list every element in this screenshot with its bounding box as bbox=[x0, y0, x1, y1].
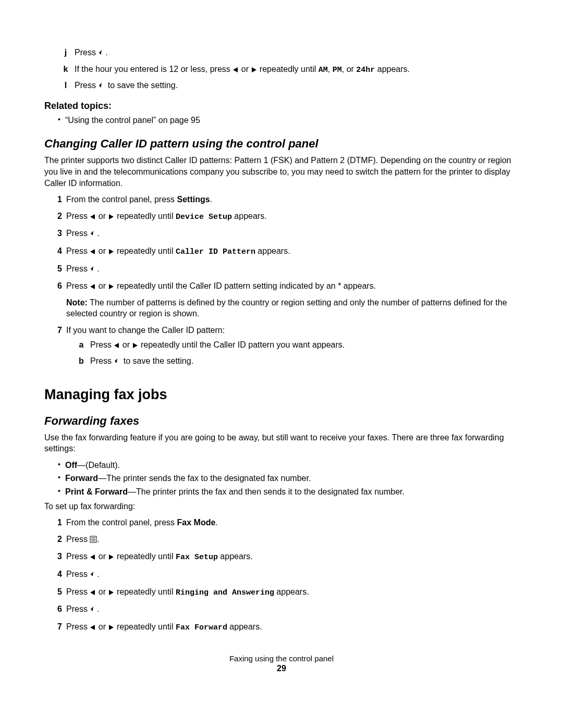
step-j: j Press . bbox=[60, 47, 519, 59]
step-marker: 2 bbox=[52, 534, 62, 546]
check-icon bbox=[98, 81, 105, 92]
step-text: If the hour you entered is 12 or less, p… bbox=[71, 64, 519, 76]
step-marker: 3 bbox=[52, 551, 62, 563]
text: or bbox=[99, 622, 108, 631]
text: appears. bbox=[227, 622, 262, 631]
text: appears. bbox=[375, 65, 410, 73]
text: Press bbox=[66, 587, 90, 596]
left-arrow-icon bbox=[90, 552, 96, 563]
text: or bbox=[99, 212, 108, 220]
text: “Using the control panel” on page 95 bbox=[65, 115, 519, 126]
step-text: From the control panel, press Settings. bbox=[62, 194, 519, 205]
step-text: From the control panel, press Fax Mode. bbox=[62, 517, 519, 528]
text: From the control panel, press bbox=[66, 195, 177, 204]
text: repeatedly until bbox=[117, 246, 176, 255]
text: Print & Forward—The printer prints the f… bbox=[65, 486, 519, 498]
text: Forward—The printer sends the fax to the… bbox=[65, 473, 519, 484]
text: . bbox=[97, 570, 99, 578]
step-text: Press . bbox=[62, 534, 519, 546]
step-text: Press . bbox=[71, 47, 519, 59]
text: to save the setting. bbox=[121, 356, 193, 365]
left-arrow-icon bbox=[90, 246, 96, 258]
step-marker: 7 bbox=[52, 325, 62, 372]
section-heading-forwarding: Forwarding faxes bbox=[44, 414, 519, 428]
sub-step-b: b Press to save the setting. bbox=[76, 355, 519, 368]
right-arrow-icon bbox=[132, 340, 138, 352]
forwarding-modes-list: • Off—(Default). • Forward—The printer s… bbox=[44, 460, 519, 498]
text: repeatedly until the Caller ID pattern y… bbox=[141, 340, 345, 349]
step-marker: 5 bbox=[52, 586, 62, 599]
text: —(Default). bbox=[77, 461, 120, 470]
text: , bbox=[328, 65, 333, 73]
bullet-icon: • bbox=[58, 473, 65, 484]
text: appears. bbox=[255, 246, 290, 255]
text: . bbox=[105, 48, 107, 57]
forwarding-steps: 1 From the control panel, press Fax Mode… bbox=[44, 517, 519, 633]
bold-text: Settings bbox=[177, 195, 210, 204]
section-heading-caller-id: Changing Caller ID pattern using the con… bbox=[44, 137, 519, 151]
step-text: Press . bbox=[62, 228, 519, 240]
step-6: 6 Press . bbox=[52, 603, 519, 616]
paragraph: To set up fax forwarding: bbox=[44, 501, 519, 512]
right-arrow-icon bbox=[108, 552, 114, 563]
text: or bbox=[99, 281, 108, 290]
text: appears. bbox=[274, 587, 309, 596]
text: or bbox=[241, 65, 251, 73]
text: appears. bbox=[218, 552, 253, 561]
related-topics-heading: Related topics: bbox=[44, 101, 519, 112]
text: repeatedly until bbox=[260, 65, 319, 73]
step-marker: j bbox=[60, 47, 71, 59]
text: . bbox=[97, 535, 99, 544]
list-item: • Print & Forward—The printer prints the… bbox=[58, 486, 519, 498]
step-text: Press . bbox=[62, 263, 519, 276]
caller-id-steps: 1 From the control panel, press Settings… bbox=[44, 194, 519, 372]
left-arrow-icon bbox=[232, 65, 239, 76]
step-marker: 3 bbox=[52, 228, 62, 240]
step-marker: k bbox=[60, 64, 71, 76]
check-icon bbox=[114, 356, 121, 368]
text: , or bbox=[342, 65, 357, 73]
text: to save the setting. bbox=[105, 81, 178, 90]
paragraph: Use the fax forwarding feature if you ar… bbox=[44, 432, 519, 454]
text: or bbox=[99, 246, 108, 255]
text: Press bbox=[66, 552, 90, 561]
text: Press bbox=[75, 48, 98, 57]
text: Press bbox=[75, 81, 98, 90]
text: . bbox=[97, 604, 99, 613]
step-text: Press or repeatedly until Fax Forward ap… bbox=[62, 621, 519, 634]
check-icon bbox=[90, 264, 97, 276]
text: or bbox=[99, 552, 108, 561]
check-icon bbox=[90, 604, 97, 616]
text: . bbox=[97, 229, 99, 238]
step-1: 1 From the control panel, press Settings… bbox=[52, 194, 519, 205]
text: Press bbox=[90, 340, 114, 349]
bold-text: Off bbox=[65, 461, 77, 470]
step-marker: 1 bbox=[52, 517, 62, 528]
check-icon bbox=[90, 570, 97, 581]
text: . bbox=[215, 518, 217, 527]
note-text: The number of patterns is defined by the… bbox=[66, 298, 507, 318]
text: If the hour you entered is 12 or less, p… bbox=[75, 65, 232, 73]
step-5: 5 Press or repeatedly until Ringing and … bbox=[52, 586, 519, 599]
step-k: k If the hour you entered is 12 or less,… bbox=[60, 64, 519, 76]
step-marker: 6 bbox=[52, 603, 62, 616]
step-text: Press or repeatedly until Caller ID Patt… bbox=[62, 245, 519, 258]
step-6: 6 Press or repeatedly until the Caller I… bbox=[52, 280, 519, 319]
sub-step-a: a Press or repeatedly until the Caller I… bbox=[76, 339, 519, 352]
sub-steps: a Press or repeatedly until the Caller I… bbox=[66, 339, 519, 368]
step-l: l Press to save the setting. bbox=[60, 80, 519, 92]
page-footer: Faxing using the control panel 29 bbox=[44, 654, 519, 673]
text: or bbox=[99, 587, 108, 596]
left-arrow-icon bbox=[90, 281, 96, 293]
text: repeatedly until bbox=[117, 212, 176, 220]
footer-title: Faxing using the control panel bbox=[44, 654, 519, 663]
check-icon bbox=[98, 48, 105, 59]
text: —The printer prints the fax and then sen… bbox=[128, 487, 405, 496]
text: From the control panel, press bbox=[66, 518, 177, 527]
page-number: 29 bbox=[44, 664, 519, 673]
step-marker: a bbox=[76, 339, 87, 352]
text: Press bbox=[66, 246, 90, 255]
menu-icon bbox=[90, 535, 97, 546]
step-text: Press or repeatedly until Device Setup a… bbox=[62, 211, 519, 223]
step-text: Press to save the setting. bbox=[87, 355, 519, 368]
